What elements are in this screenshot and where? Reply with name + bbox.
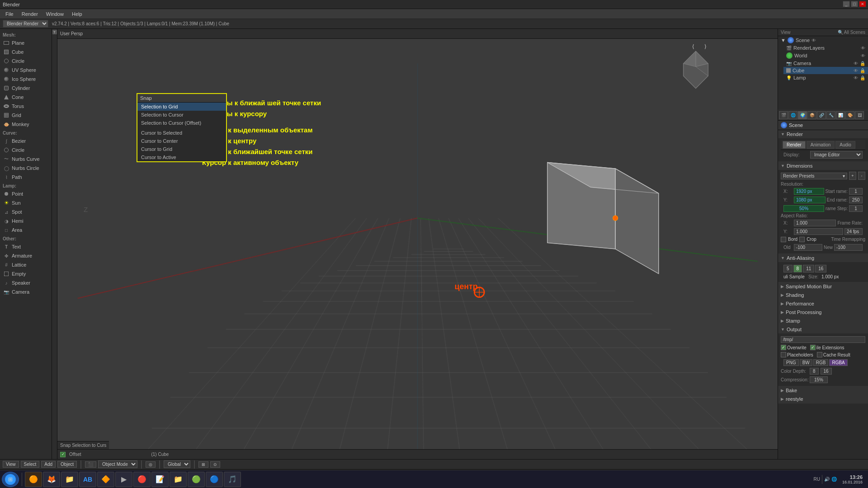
aspect-x-field[interactable]: 1.000 — [794, 220, 836, 226]
props-tab-data[interactable]: 📊 — [836, 111, 845, 119]
preset-add-btn[interactable]: + — [849, 172, 856, 180]
toolbar-object-btn[interactable]: Object — [57, 461, 77, 468]
outliner-item-camera[interactable]: 📷 Camera 👁 🔒 — [783, 60, 868, 67]
props-tab-world[interactable]: 🌍 — [798, 111, 807, 119]
snap-cursor-to-grid[interactable]: Cursor to Grid — [137, 145, 226, 153]
snap-btn[interactable]: ⊞ — [198, 461, 208, 468]
taskbar-volume-icon[interactable]: 🔊 — [824, 477, 830, 482]
add-nurbs-curve[interactable]: 〜 Nurbs Curve — [0, 155, 52, 164]
outliner-item-lamp[interactable]: 💡 Lamp 👁 🔒 — [783, 74, 868, 81]
bord-checkbox[interactable] — [781, 237, 786, 242]
color-depth-8-btn[interactable]: 8 — [810, 368, 819, 375]
shading-header[interactable]: ▶ Shading — [778, 291, 868, 299]
add-plane[interactable]: Plane — [0, 38, 52, 47]
cache-checkbox[interactable] — [817, 352, 822, 357]
add-curve-circle[interactable]: Circle — [0, 145, 52, 155]
taskbar-app2[interactable]: ▶ — [115, 472, 132, 487]
aa-btn-11[interactable]: 11 — [803, 265, 814, 272]
props-tab-scene[interactable]: 🌐 — [788, 111, 797, 119]
render-presets-select[interactable]: Render Presets ▾ — [781, 173, 847, 179]
format-rgb-btn[interactable]: RGB — [813, 359, 829, 366]
add-speaker[interactable]: ♪ Speaker — [0, 278, 52, 287]
menu-file[interactable]: File — [2, 10, 17, 18]
lamp-eye-icon[interactable]: 👁 — [854, 75, 858, 80]
taskbar-app1[interactable]: 🔶 — [97, 472, 114, 487]
offset-checkbox[interactable]: ✓ — [60, 452, 66, 457]
add-monkey[interactable]: 🐵 Monkey — [0, 120, 52, 129]
lamp-lock-icon[interactable]: 🔒 — [860, 75, 865, 80]
fps-field[interactable]: 24 fps — [844, 228, 863, 235]
output-header[interactable]: ▼ Output — [778, 325, 868, 333]
snap-cursor-to-selected[interactable]: Cursor to Selected — [137, 129, 226, 137]
preset-remove-btn[interactable]: - — [858, 172, 865, 180]
outliner-item-renderlayers[interactable]: 🎬 RenderLayers 👁 — [783, 44, 868, 52]
canvas-area[interactable]: X Z ⟨ ⟩ центр Snap Selection to Grid — [57, 39, 778, 459]
old-field[interactable]: -100 — [794, 244, 822, 251]
maximize-button[interactable]: □ — [851, 1, 858, 7]
world-eye-icon[interactable]: 👁 — [861, 53, 865, 58]
cube-lock-icon[interactable]: 🔒 — [860, 68, 865, 73]
bake-header[interactable]: ▶ Bake — [778, 386, 868, 394]
add-grid[interactable]: Grid — [0, 111, 52, 120]
format-bw-btn[interactable]: BW — [800, 359, 812, 366]
percent-field[interactable]: 50% — [783, 205, 824, 212]
taskbar-network-icon[interactable]: 🌐 — [831, 477, 837, 482]
add-nurbs-circle[interactable]: ◯ Nurbs Circle — [0, 164, 52, 173]
add-empty[interactable]: Empty — [0, 269, 52, 278]
snap-cursor-to-active[interactable]: Cursor to Active — [137, 153, 226, 161]
prop-edit-btn[interactable]: ⊙ — [210, 461, 220, 468]
end-rame-field[interactable]: 250 — [849, 197, 863, 203]
props-tab-object[interactable]: 📦 — [807, 111, 816, 119]
camera-eye-icon[interactable]: 👁 — [854, 61, 858, 66]
aa-btn-8[interactable]: 8 — [793, 265, 802, 272]
render-tab-animation[interactable]: Animation — [807, 141, 835, 149]
snap-selection-to-grid[interactable]: Selection to Grid — [137, 103, 226, 111]
aa-btn-16[interactable]: 16 — [815, 265, 826, 272]
overwrite-checkbox[interactable]: ✓ — [781, 345, 786, 350]
file-ext-checkbox[interactable]: ✓ — [810, 345, 816, 350]
viewport-icon-btn[interactable]: ⬛ — [85, 461, 96, 468]
add-area-lamp[interactable]: □ Area — [0, 225, 52, 235]
start-button[interactable]: ⊞ — [2, 472, 19, 487]
taskbar-app5[interactable]: 📁 — [170, 472, 187, 487]
toolbar-view-btn[interactable]: View — [3, 461, 19, 468]
restyle-header[interactable]: ▶ reestyle — [778, 395, 868, 403]
taskbar-blender[interactable]: 🟠 — [25, 472, 42, 487]
add-path[interactable]: ⌇ Path — [0, 173, 52, 182]
rame-step-field[interactable]: 1 — [849, 205, 863, 212]
render-section-header[interactable]: ▼ Render — [778, 130, 868, 138]
mode-select[interactable]: Object Mode — [98, 460, 137, 468]
props-tab-material[interactable]: 🎨 — [845, 111, 854, 119]
motion-blur-header[interactable]: ▶ Sampled Motion Blur — [778, 282, 868, 291]
props-tab-modifier[interactable]: 🔧 — [826, 111, 835, 119]
taskbar-firefox[interactable]: 🦊 — [43, 472, 60, 487]
add-ico-sphere[interactable]: Ico Sphere — [0, 75, 52, 84]
add-lattice[interactable]: # Lattice — [0, 260, 52, 269]
output-path-field[interactable]: /tmp/ — [781, 336, 865, 343]
toolbar-add-btn[interactable]: Add — [41, 461, 56, 468]
taskbar-app7[interactable]: 🔵 — [206, 472, 223, 487]
taskbar-app3[interactable]: 🔴 — [133, 472, 151, 487]
aa-btn-5[interactable]: 5 — [783, 265, 793, 272]
snap-selection-to-cursor[interactable]: Selection to Cursor — [137, 111, 226, 119]
cube-eye-icon[interactable]: 👁 — [854, 68, 858, 73]
new-field[interactable]: -100 — [834, 244, 863, 251]
add-uv-sphere[interactable]: UV Sphere — [0, 66, 52, 75]
add-bezier[interactable]: ∫ Bezier — [0, 136, 52, 145]
toolbar-select-btn[interactable]: Select — [21, 461, 40, 468]
post-processing-header[interactable]: ▶ Post Processing — [778, 308, 868, 316]
add-cone[interactable]: Cone — [0, 93, 52, 102]
pivot-btn[interactable]: ◎ — [146, 461, 156, 468]
renderlayers-eye-icon[interactable]: 👁 — [861, 46, 865, 51]
taskbar-app4[interactable]: 📝 — [151, 472, 169, 487]
stamp-header[interactable]: ▶ Stamp — [778, 317, 868, 325]
snap-cursor-to-center[interactable]: Cursor to Center — [137, 137, 226, 145]
format-rgba-btn[interactable]: RGBA — [829, 359, 847, 366]
add-circle[interactable]: Circle — [0, 56, 52, 66]
add-text[interactable]: T Text — [0, 242, 52, 251]
add-camera[interactable]: 📷 Camera — [0, 287, 52, 296]
props-tab-texture[interactable]: 🖼 — [855, 111, 864, 119]
display-select[interactable]: Image Editor — [810, 151, 863, 159]
props-tab-constraint[interactable]: 🔗 — [817, 111, 826, 119]
color-depth-16-btn[interactable]: 16 — [821, 368, 832, 375]
